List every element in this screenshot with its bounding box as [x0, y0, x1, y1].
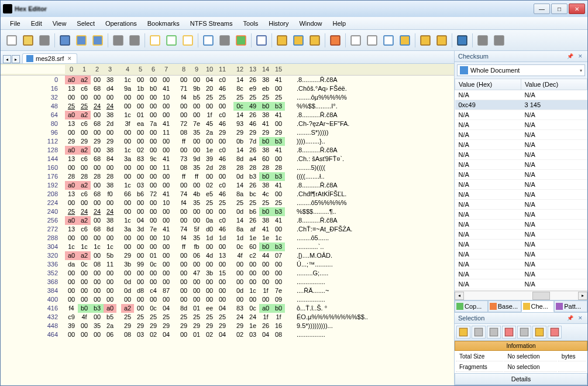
edit-doc-button[interactable]: [147, 33, 163, 48]
save-all-button[interactable]: [90, 33, 105, 48]
byte[interactable]: 00: [121, 242, 134, 251]
byte[interactable]: e5: [203, 190, 216, 199]
byte[interactable]: 1f: [203, 111, 216, 119]
byte[interactable]: 7d: [246, 137, 259, 146]
byte[interactable]: 04: [259, 330, 272, 339]
byte[interactable]: ff: [190, 172, 203, 181]
hex-row[interactable]: 368000000000d0000000000000000000000.....…: [1, 278, 454, 286]
byte[interactable]: 00: [190, 260, 203, 269]
byte[interactable]: 1c: [121, 146, 134, 155]
byte[interactable]: 03: [134, 330, 147, 339]
byte[interactable]: 00: [134, 172, 147, 181]
byte[interactable]: ee: [203, 304, 216, 313]
ascii[interactable]: ........ô5......: [297, 234, 329, 242]
byte[interactable]: 28: [246, 163, 259, 172]
byte[interactable]: 41: [272, 216, 285, 225]
byte[interactable]: 0c: [147, 260, 160, 269]
byte[interactable]: 00: [216, 102, 229, 111]
compare-button[interactable]: [307, 33, 322, 48]
byte[interactable]: 10: [160, 234, 173, 242]
byte[interactable]: 41: [259, 119, 272, 128]
byte[interactable]: 29: [203, 322, 216, 330]
byte[interactable]: 99: [134, 260, 147, 269]
byte[interactable]: 00: [216, 242, 229, 251]
byte[interactable]: 00: [65, 330, 78, 339]
byte[interactable]: 28: [104, 172, 116, 181]
byte[interactable]: 38: [259, 216, 272, 225]
byte[interactable]: 68: [91, 190, 104, 199]
byte[interactable]: 8d: [104, 225, 116, 234]
byte[interactable]: a0: [65, 181, 78, 190]
byte[interactable]: 41: [160, 190, 173, 199]
byte[interactable]: 74: [177, 225, 190, 234]
edit-pen-button[interactable]: [397, 33, 412, 48]
byte[interactable]: 83: [134, 155, 147, 163]
byte[interactable]: 00: [104, 295, 116, 304]
byte[interactable]: 24: [233, 313, 246, 322]
byte[interactable]: c4: [147, 286, 160, 295]
ascii[interactable]: ........ôµ%%%%%: [297, 93, 347, 102]
byte[interactable]: 00: [104, 278, 116, 286]
byte[interactable]: 00: [121, 207, 134, 216]
tab-file[interactable]: mes28.srf ✕: [22, 53, 77, 63]
menu-tools[interactable]: Tools: [239, 18, 263, 29]
byte[interactable]: 00: [190, 76, 203, 84]
byte[interactable]: 00: [160, 207, 173, 216]
byte[interactable]: 41: [160, 84, 173, 93]
ascii[interactable]: .Chđf¶rAtKĺFŠĽL.: [297, 190, 346, 199]
byte[interactable]: d4: [104, 84, 116, 93]
byte[interactable]: 00: [134, 251, 147, 260]
checksum-row[interactable]: 0xc493 145: [455, 100, 587, 110]
ascii[interactable]: .8..........Ř.č8A: [297, 181, 338, 190]
byte[interactable]: 00: [177, 181, 190, 190]
byte[interactable]: 28: [259, 163, 272, 172]
byte[interactable]: 41: [160, 119, 173, 128]
byte[interactable]: 1e: [203, 146, 216, 155]
byte[interactable]: 00: [91, 330, 104, 339]
byte[interactable]: 29: [259, 128, 272, 137]
byte[interactable]: 00: [134, 163, 147, 172]
byte[interactable]: 46: [216, 119, 229, 128]
checksum-row[interactable]: N/AN/A: [455, 240, 587, 250]
byte[interactable]: 24: [104, 207, 116, 216]
byte[interactable]: 25: [177, 313, 190, 322]
hex-row[interactable]: 27213c6688d3a3d7e41745fd0468aaf4100.ChŤ:…: [1, 225, 454, 234]
byte[interactable]: 00: [78, 278, 91, 286]
byte[interactable]: 28: [65, 172, 78, 181]
byte[interactable]: 41: [272, 181, 285, 190]
byte[interactable]: 00: [190, 295, 203, 304]
byte[interactable]: 5b: [104, 251, 116, 260]
byte[interactable]: 00: [121, 163, 134, 172]
menu-help[interactable]: Help: [328, 18, 351, 29]
byte[interactable]: b0: [272, 304, 285, 313]
byte[interactable]: 4f: [78, 313, 91, 322]
checksum-row[interactable]: N/AN/A: [455, 230, 587, 240]
byte[interactable]: 60: [259, 155, 272, 163]
byte[interactable]: 25: [272, 93, 285, 102]
byte[interactable]: d0: [203, 225, 216, 234]
byte[interactable]: 00: [78, 269, 91, 278]
checksum-row[interactable]: N/AN/A: [455, 200, 587, 210]
byte[interactable]: 35: [190, 128, 203, 137]
hex-row[interactable]: 2880000000000000010f4351d1d1d1e1e1c.....…: [1, 234, 454, 242]
byte[interactable]: c2: [246, 251, 259, 260]
menu-ntfs-streams[interactable]: NTFS Streams: [185, 18, 238, 29]
byte[interactable]: 00: [259, 269, 272, 278]
checksum-row[interactable]: N/AN/A: [455, 279, 587, 289]
byte[interactable]: 01: [190, 330, 203, 339]
byte[interactable]: 00: [121, 172, 134, 181]
byte[interactable]: 9c: [147, 155, 160, 163]
byte[interactable]: 29: [121, 322, 134, 330]
byte[interactable]: 26: [246, 181, 259, 190]
byte[interactable]: 00: [160, 216, 173, 225]
hex-row[interactable]: 256a0a200381c04000000000ac014263841.8...…: [1, 216, 454, 225]
checksum-row[interactable]: N/AN/A: [455, 180, 587, 190]
byte[interactable]: 00: [147, 278, 160, 286]
byte[interactable]: 00: [203, 278, 216, 286]
ascii[interactable]: ........5)((((: [297, 163, 325, 172]
byte[interactable]: 28: [233, 163, 246, 172]
byte[interactable]: 04: [160, 304, 173, 313]
byte[interactable]: 00: [78, 93, 91, 102]
byte[interactable]: 38: [259, 111, 272, 119]
byte[interactable]: fb: [190, 242, 203, 251]
